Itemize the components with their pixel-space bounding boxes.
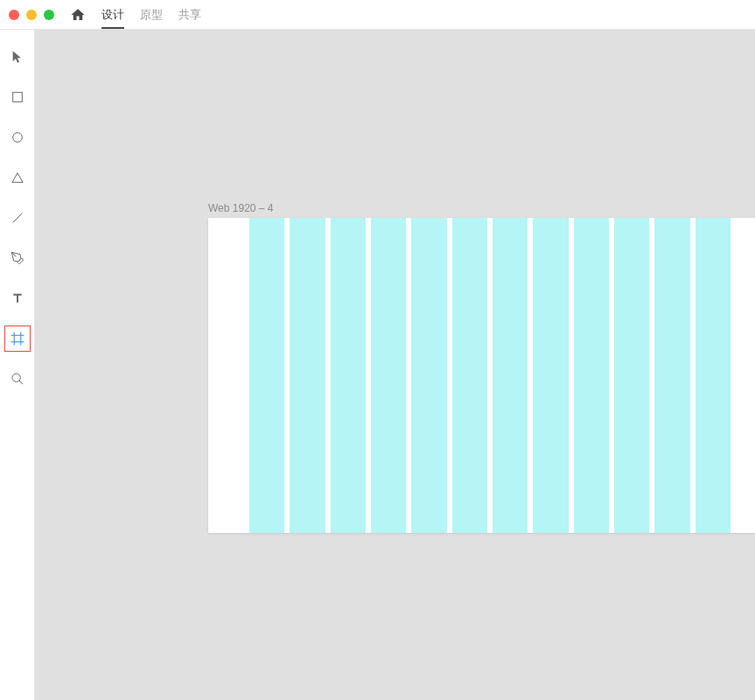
grid-column [290, 218, 325, 533]
grid-column [493, 218, 528, 533]
layout-grid [249, 218, 731, 533]
text-tool[interactable] [4, 285, 31, 312]
svg-rect-0 [12, 93, 22, 102]
pen-tool[interactable] [4, 245, 31, 271]
close-window-button[interactable] [9, 10, 19, 20]
svg-line-8 [19, 381, 23, 384]
grid-column [614, 218, 649, 533]
grid-column [411, 218, 446, 533]
svg-point-1 [12, 133, 22, 143]
maximize-window-button[interactable] [44, 10, 54, 20]
canvas[interactable]: Web 1920 – 4 [35, 30, 755, 700]
tab-design[interactable]: 设计 [101, 0, 124, 29]
select-tool[interactable] [4, 44, 31, 70]
left-toolbar [0, 30, 35, 700]
ellipse-tool[interactable] [4, 124, 31, 150]
titlebar: 设计 原型 共享 [0, 0, 755, 30]
grid-column [371, 218, 406, 533]
zoom-tool[interactable] [4, 366, 31, 392]
zoom-icon [10, 372, 24, 386]
line-icon [10, 211, 24, 225]
rectangle-icon [10, 90, 24, 104]
grid-column [654, 218, 689, 533]
home-icon [70, 7, 86, 23]
tab-share[interactable]: 共享 [178, 0, 201, 29]
select-icon [10, 50, 24, 64]
artboard-icon [10, 331, 25, 346]
svg-point-7 [12, 374, 20, 382]
minimize-window-button[interactable] [26, 10, 37, 20]
svg-line-2 [12, 214, 22, 223]
main-area: Web 1920 – 4 [0, 30, 755, 700]
triangle-icon [10, 171, 24, 185]
grid-column [696, 218, 731, 533]
grid-column [574, 218, 609, 533]
text-icon [10, 291, 24, 305]
triangle-tool[interactable] [4, 164, 31, 191]
window-controls [9, 10, 54, 20]
ellipse-icon [10, 130, 24, 144]
grid-column [533, 218, 568, 533]
artboard-label[interactable]: Web 1920 – 4 [208, 202, 274, 214]
grid-column [249, 218, 284, 533]
line-tool[interactable] [4, 205, 31, 231]
mode-tabs: 设计 原型 共享 [101, 0, 201, 29]
grid-column [452, 218, 487, 533]
artboard-tool[interactable] [4, 326, 31, 352]
grid-column [331, 218, 366, 533]
tab-prototype[interactable]: 原型 [140, 0, 163, 29]
pen-icon [10, 251, 24, 265]
rectangle-tool[interactable] [4, 84, 31, 110]
home-button[interactable] [70, 7, 86, 23]
artboard[interactable] [208, 218, 755, 533]
